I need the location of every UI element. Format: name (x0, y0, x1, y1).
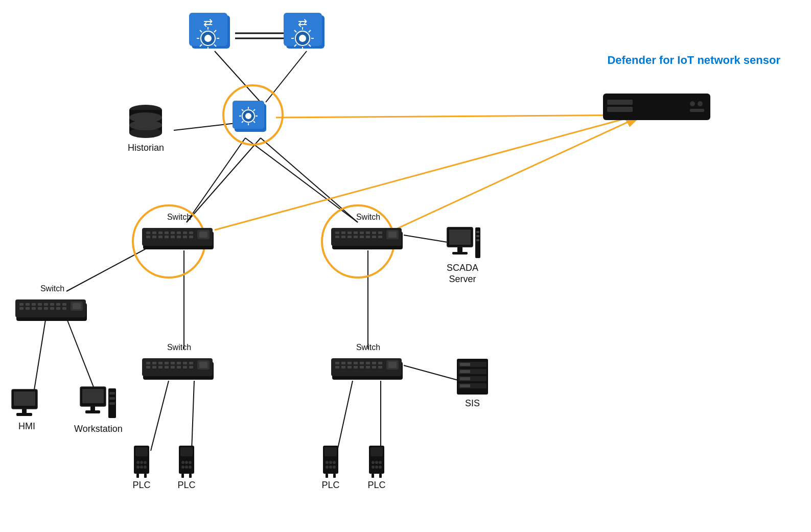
svg-point-223 (333, 466, 336, 469)
plc4-icon (364, 445, 389, 478)
svg-rect-173 (476, 235, 479, 237)
svg-rect-241 (690, 109, 704, 112)
svg-rect-91 (347, 232, 352, 234)
svg-point-231 (372, 466, 375, 469)
svg-rect-122 (50, 307, 54, 310)
svg-rect-140 (165, 366, 169, 368)
svg-rect-137 (146, 366, 150, 368)
svg-point-210 (189, 461, 192, 464)
svg-rect-96 (378, 232, 382, 234)
plc1-label: PLC (132, 480, 150, 491)
svg-line-4 (174, 123, 240, 130)
svg-point-200 (144, 461, 147, 464)
svg-rect-182 (460, 377, 470, 380)
sis-icon (456, 358, 489, 396)
defender-label: Defender for IoT network sensor (607, 54, 780, 67)
svg-point-203 (144, 466, 147, 469)
svg-rect-136 (189, 362, 193, 364)
svg-rect-150 (341, 362, 345, 364)
plc1-icon (129, 445, 154, 478)
router2-node: ⇄ (284, 5, 330, 54)
svg-rect-158 (341, 366, 345, 368)
svg-line-14 (33, 317, 46, 396)
svg-rect-181 (460, 370, 470, 373)
plc3-icon (318, 445, 343, 478)
svg-point-212 (185, 466, 188, 469)
svg-rect-162 (366, 366, 370, 368)
svg-rect-224 (326, 474, 328, 478)
svg-rect-104 (378, 236, 382, 238)
switch-right-node: Switch (331, 212, 405, 252)
svg-rect-70 (152, 232, 156, 234)
svg-rect-207 (180, 447, 193, 456)
svg-rect-238 (607, 107, 633, 112)
svg-rect-166 (388, 362, 397, 368)
svg-rect-142 (177, 366, 181, 368)
svg-rect-98 (341, 236, 345, 238)
svg-rect-168 (449, 229, 471, 245)
svg-rect-155 (372, 362, 376, 364)
svg-rect-172 (476, 231, 479, 233)
switch-sub-right-node: Switch (331, 342, 405, 382)
svg-rect-121 (44, 307, 48, 310)
svg-rect-82 (177, 236, 181, 238)
svg-line-6 (261, 138, 358, 222)
svg-rect-187 (16, 413, 32, 416)
svg-point-240 (698, 101, 703, 106)
svg-rect-97 (335, 236, 339, 238)
svg-rect-134 (177, 362, 181, 364)
plc3-node: PLC (318, 445, 343, 491)
switch-far-left-icon (15, 295, 89, 323)
svg-rect-180 (460, 363, 470, 366)
svg-rect-126 (73, 303, 81, 309)
svg-rect-170 (452, 252, 468, 255)
svg-point-239 (690, 101, 695, 106)
svg-rect-159 (347, 366, 352, 368)
svg-point-198 (136, 461, 140, 464)
plc2-icon (174, 445, 199, 478)
svg-rect-157 (335, 366, 339, 368)
svg-line-15 (66, 318, 97, 396)
svg-rect-116 (62, 303, 66, 306)
workstation-icon (79, 386, 118, 422)
svg-rect-215 (189, 474, 192, 478)
switch-sub-left-node: Switch (142, 342, 216, 382)
svg-rect-73 (171, 232, 175, 234)
svg-rect-78 (152, 236, 156, 238)
svg-rect-135 (183, 362, 187, 364)
svg-rect-100 (354, 236, 358, 238)
plc2-label: PLC (177, 480, 195, 491)
svg-rect-194 (109, 397, 115, 400)
sensor-icon (603, 89, 715, 125)
svg-rect-225 (333, 474, 336, 478)
hmi-icon (10, 388, 43, 419)
svg-rect-92 (354, 232, 358, 234)
historian-icon (127, 100, 165, 141)
svg-line-5 (187, 138, 245, 222)
svg-rect-109 (19, 303, 24, 306)
svg-rect-160 (354, 366, 358, 368)
svg-rect-106 (388, 232, 397, 238)
svg-rect-161 (360, 366, 364, 368)
svg-point-233 (379, 466, 382, 469)
svg-rect-119 (32, 307, 36, 310)
svg-rect-234 (372, 474, 374, 478)
switch-left-icon (142, 224, 216, 252)
svg-rect-80 (165, 236, 169, 238)
svg-rect-94 (366, 232, 370, 234)
svg-rect-110 (26, 303, 30, 306)
svg-point-232 (375, 466, 378, 469)
svg-rect-77 (146, 236, 150, 238)
svg-line-16 (151, 381, 169, 451)
core-switch-node (233, 95, 271, 135)
plc2-node: PLC (174, 445, 199, 491)
svg-point-219 (329, 461, 332, 464)
router1-node: ⇄ (189, 5, 235, 54)
svg-rect-141 (171, 366, 175, 368)
svg-rect-204 (136, 474, 139, 478)
svg-rect-124 (62, 307, 66, 310)
svg-rect-71 (158, 232, 163, 234)
historian-label: Historian (128, 143, 164, 154)
svg-line-22 (388, 117, 640, 233)
svg-line-21 (215, 115, 639, 230)
